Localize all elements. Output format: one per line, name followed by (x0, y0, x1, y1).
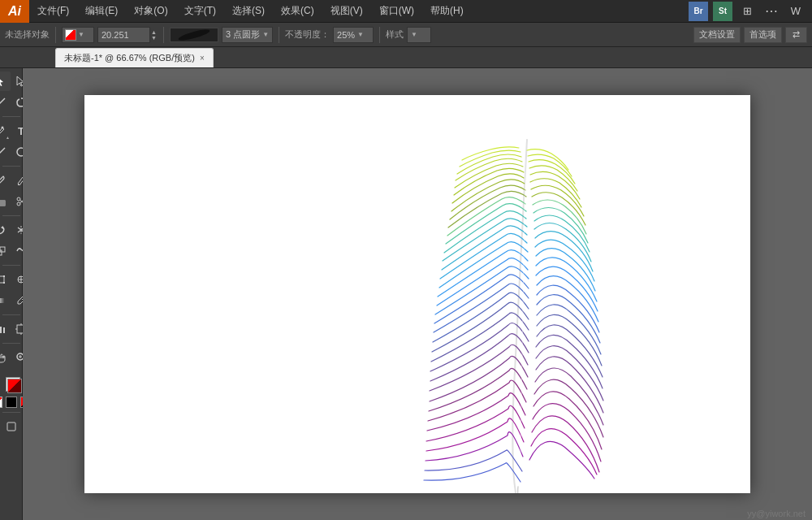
svg-rect-18 (0, 276, 4, 283)
tool-sep-6 (2, 343, 20, 344)
menu-type[interactable]: 文字(T) (176, 0, 224, 22)
svg-rect-20 (3, 275, 5, 277)
artboard (84, 95, 750, 493)
eraser-tool[interactable] (0, 192, 11, 211)
svg-rect-30 (3, 327, 5, 333)
document-tab[interactable]: 未标题-1* @ 66.67% (RGB/预览) × (55, 48, 214, 67)
feather-artwork (84, 95, 750, 493)
svg-point-4 (2, 127, 4, 129)
svg-rect-9 (0, 201, 5, 206)
column-graph-tool[interactable] (0, 319, 11, 339)
status-bar: yy@yiwork.net (741, 507, 812, 520)
fill-swatch[interactable] (7, 379, 22, 393)
menu-select[interactable]: 选择(S) (224, 0, 273, 22)
opacity-value: 25% (337, 30, 355, 40)
tab-title: 未标题-1* @ 66.67% (RGB/预览) (64, 52, 195, 64)
tool-sep-2 (2, 166, 20, 167)
canvas-area[interactable]: yy@yiwork.net (23, 68, 812, 520)
style-arrow: ▼ (411, 31, 417, 38)
menu-object[interactable]: 对象(O) (126, 0, 175, 22)
tab-close-button[interactable]: × (200, 54, 205, 63)
menu-view[interactable]: 视图(V) (322, 0, 371, 22)
tool-sep-1 (2, 116, 20, 117)
brush-ellipse-shape (178, 27, 211, 41)
size-value: 20.251 (102, 30, 129, 40)
selection-tool[interactable] (0, 72, 11, 91)
svg-marker-14 (1, 226, 3, 229)
svg-line-2 (0, 98, 5, 106)
tab-bar: 未标题-1* @ 66.67% (RGB/预览) × (0, 47, 812, 68)
size-input-group: 20.251 ▲ ▼ (97, 27, 158, 43)
svg-rect-17 (0, 247, 5, 252)
grid-icon[interactable]: ⊞ (737, 2, 757, 21)
opacity-selector[interactable]: 25% ▼ (333, 27, 374, 43)
brush-arrow: ▼ (262, 31, 269, 38)
separator-4 (379, 27, 380, 43)
menu-edit[interactable]: 编辑(E) (77, 0, 126, 22)
menu-items: 文件(F) 编辑(E) 对象(O) 文字(T) 选择(S) 效果(C) 视图(V… (29, 0, 689, 22)
separator-2 (163, 27, 164, 43)
stock-icon[interactable]: St (713, 2, 732, 21)
menu-window[interactable]: 窗口(W) (371, 0, 422, 22)
scale-tool[interactable] (0, 241, 11, 261)
workspace-icon[interactable]: W (786, 2, 806, 21)
brush-label: 3 点圆形 (226, 28, 260, 41)
stroke-color-selector[interactable]: ▼ (62, 27, 94, 43)
preferences-button[interactable]: 首选项 (744, 27, 782, 43)
symbol-tool[interactable] (2, 417, 21, 436)
color-swatches (1, 372, 22, 393)
tool-sep-5 (2, 314, 20, 315)
size-up[interactable]: ▲ (150, 29, 158, 35)
doc-settings-button[interactable]: 文档设置 (693, 27, 741, 43)
svg-rect-29 (0, 327, 2, 333)
style-label: 样式 (386, 28, 404, 41)
separator-1 (55, 27, 56, 43)
svg-marker-0 (0, 76, 3, 86)
menu-bar: Ai 文件(F) 编辑(E) 对象(O) 文字(T) 选择(S) 效果(C) 视… (0, 0, 812, 23)
separator-3 (279, 27, 279, 43)
menu-help[interactable]: 帮助(H) (422, 0, 472, 22)
more-icon[interactable]: ⋯ (762, 2, 781, 21)
tool-sep-4 (2, 265, 20, 266)
size-input[interactable]: 20.251 (97, 27, 150, 43)
bridge-icon[interactable]: Br (689, 2, 708, 21)
size-down[interactable]: ▼ (150, 35, 158, 41)
paintbrush-tool[interactable] (0, 171, 11, 190)
free-transform-tool[interactable] (0, 270, 11, 289)
arrange-button[interactable]: ⇄ (785, 27, 807, 43)
feather-strokes (424, 140, 603, 493)
main-area: ▲ T ▲ (0, 68, 812, 520)
hand-tool[interactable] (0, 348, 11, 367)
app-logo: Ai (0, 0, 29, 23)
svg-rect-26 (0, 298, 5, 303)
menu-right-icons: Br St ⊞ ⋯ W (689, 2, 812, 21)
pen-tool[interactable]: ▲ (0, 121, 11, 141)
options-bar: 未选择对象 ▼ 20.251 ▲ ▼ 3 点圆形 ▼ 不透明度： 25% ▼ 样… (0, 23, 812, 47)
no-selection-label: 未选择对象 (5, 28, 50, 41)
left-toolbar: ▲ T ▲ (0, 68, 23, 520)
gradient-tool[interactable] (0, 291, 11, 310)
size-spinner[interactable]: ▲ ▼ (150, 29, 158, 41)
style-selector[interactable]: ▼ (407, 27, 431, 43)
svg-rect-40 (7, 422, 15, 431)
opacity-label: 不透明度： (285, 28, 330, 41)
tool-sep-3 (2, 215, 20, 216)
tool-sep-7 (2, 412, 20, 413)
menu-file[interactable]: 文件(F) (29, 0, 77, 22)
opacity-arrow: ▼ (357, 31, 364, 38)
menu-effect[interactable]: 效果(C) (273, 0, 322, 22)
brush-preview[interactable] (170, 28, 218, 42)
magic-wand-tool[interactable] (0, 93, 11, 112)
stroke-color-arrow: ▼ (78, 31, 84, 38)
rotate-tool[interactable] (0, 220, 11, 240)
status-text: yy@yiwork.net (747, 509, 806, 518)
svg-rect-22 (3, 282, 5, 284)
none-swatch[interactable] (0, 396, 2, 408)
svg-line-5 (0, 148, 5, 156)
brush-selector[interactable]: 3 点圆形 ▼ (222, 27, 273, 43)
black-swatch[interactable] (6, 396, 17, 408)
line-tool[interactable] (0, 142, 11, 162)
